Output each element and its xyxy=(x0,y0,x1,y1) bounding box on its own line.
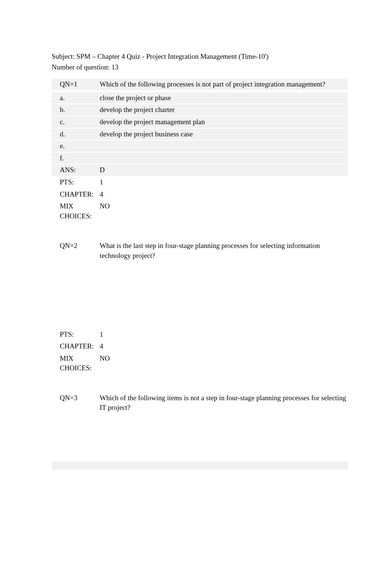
q1-question-row: QN=1 Which of the following processes is… xyxy=(52,79,348,90)
q1-c-text: develop the project management plan xyxy=(100,116,348,128)
bottom-shaded-bar xyxy=(52,462,348,470)
q1-answer-row: ANS: D xyxy=(52,164,348,176)
q1-d-text: develop the project business case xyxy=(100,129,348,140)
q2-mix-value: NO xyxy=(100,353,348,364)
q1-question-text: Which of the following processes is not … xyxy=(100,79,348,90)
q1-ans-value: D xyxy=(100,164,348,176)
q1-pts-row: PTS: 1 xyxy=(52,177,348,188)
q2-chapter-row: CHAPTER: 4 xyxy=(52,341,348,352)
q2-question-text: What is the last step in four-stage plan… xyxy=(100,240,348,261)
q3-question-row: QN=3 Which of the following items is not… xyxy=(52,392,348,414)
q3-question-text: Which of the following items is not a st… xyxy=(100,392,348,414)
question-2: QN=2 What is the last step in four-stage… xyxy=(52,240,348,374)
number-of-question: Number of question: 13 xyxy=(52,62,348,72)
q2-chapter-label: CHAPTER: xyxy=(52,341,100,352)
q1-option-a: a. close the project or phase xyxy=(52,92,348,104)
q1-option-c: c. develop the project management plan xyxy=(52,116,348,128)
q1-a-label: a. xyxy=(52,92,100,104)
q1-a-text: close the project or phase xyxy=(100,92,348,104)
q1-c-label: c. xyxy=(52,116,100,128)
q1-b-text: develop the project charter xyxy=(100,104,348,116)
q2-pts-value: 1 xyxy=(100,329,348,340)
q1-f-text xyxy=(100,153,348,154)
q1-mix-row: MIX CHOICES: NO xyxy=(52,201,348,222)
q1-f-label: f. xyxy=(52,153,100,164)
q2-qn-label: QN=2 xyxy=(52,240,100,252)
q1-qn-label: QN=1 xyxy=(52,79,100,90)
question-1: QN=1 Which of the following processes is… xyxy=(52,79,348,222)
q2-pts-row: PTS: 1 xyxy=(52,329,348,340)
q3-qn-label: QN=3 xyxy=(52,392,100,404)
q1-chapter-row: CHAPTER: 4 xyxy=(52,189,348,200)
q2-pts-label: PTS: xyxy=(52,329,100,340)
q2-mix-label: MIX CHOICES: xyxy=(52,353,100,374)
q1-mix-label: MIX CHOICES: xyxy=(52,201,100,222)
q1-b-label: b. xyxy=(52,104,100,116)
q1-option-d: d. develop the project business case xyxy=(52,129,348,140)
q1-ans-label: ANS: xyxy=(52,164,100,176)
q1-mix-value: NO xyxy=(100,201,348,212)
q1-chapter-value: 4 xyxy=(100,189,348,200)
q2-chapter-value: 4 xyxy=(100,341,348,352)
q1-d-label: d. xyxy=(52,129,100,140)
subject-line: Subject: SPM – Chapter 4 Quiz - Project … xyxy=(52,52,348,62)
q1-option-b: b. develop the project charter xyxy=(52,104,348,116)
q1-option-e: e. xyxy=(52,140,348,152)
q1-pts-label: PTS: xyxy=(52,177,100,188)
q1-option-f: f. xyxy=(52,153,348,164)
q1-e-text xyxy=(100,140,348,142)
q2-mix-row: MIX CHOICES: NO xyxy=(52,353,348,374)
question-3: QN=3 Which of the following items is not… xyxy=(52,392,348,414)
q1-e-label: e. xyxy=(52,140,100,152)
q2-question-row: QN=2 What is the last step in four-stage… xyxy=(52,240,348,261)
q1-chapter-label: CHAPTER: xyxy=(52,189,100,200)
q1-pts-value: 1 xyxy=(100,177,348,188)
